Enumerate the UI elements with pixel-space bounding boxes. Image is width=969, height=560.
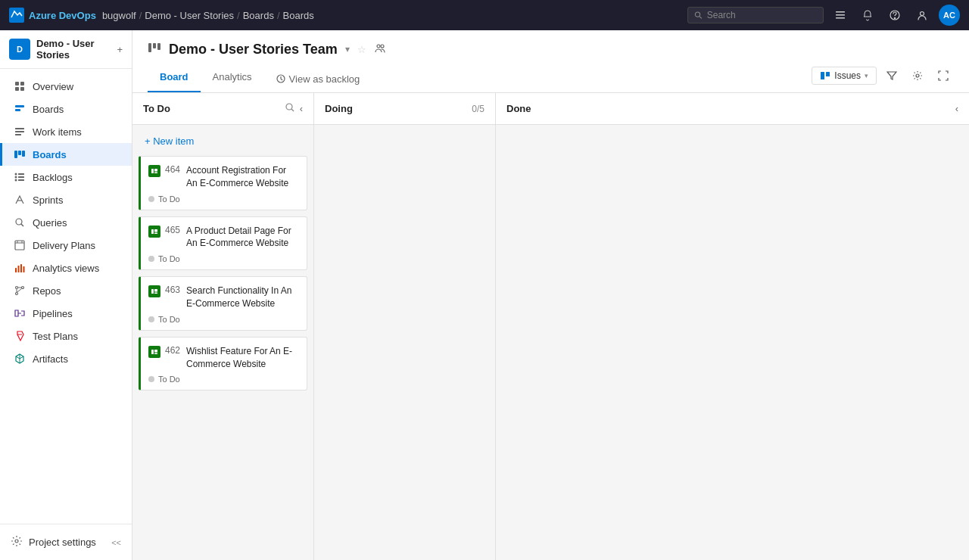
- svg-rect-57: [154, 229, 157, 232]
- list-icon[interactable]: [830, 5, 851, 26]
- tab-board[interactable]: Board: [148, 65, 201, 92]
- search-input[interactable]: [707, 10, 817, 20]
- main-layout: D Demo - User Stories + Overview: [0, 30, 969, 560]
- user-avatar[interactable]: AC: [939, 5, 960, 26]
- filter-button[interactable]: [881, 65, 902, 86]
- column-search-icon[interactable]: [285, 102, 295, 115]
- column-done-collapse[interactable]: ‹: [955, 103, 958, 114]
- column-todo-collapse[interactable]: ‹: [300, 103, 303, 114]
- svg-rect-58: [154, 232, 157, 234]
- svg-point-46: [381, 45, 384, 48]
- card-465[interactable]: 465 A Product Detail Page For An E-Comme…: [139, 216, 307, 271]
- collapse-icon[interactable]: <<: [111, 538, 121, 547]
- tab-analytics[interactable]: Analytics: [201, 65, 264, 92]
- column-done-body: [496, 125, 969, 560]
- card-status-464: To Do: [148, 194, 299, 204]
- column-doing-header: Doing 0/5: [314, 93, 495, 125]
- board-container: To Do ‹ +: [132, 93, 969, 560]
- help-icon[interactable]: [884, 5, 905, 26]
- card-id-464: 464: [165, 164, 180, 175]
- board-toolbar: Issues ▾: [812, 65, 954, 92]
- content-header: Demo - User Stories Team ▾ ☆ Board Analy…: [132, 30, 969, 93]
- search-box[interactable]: [687, 7, 824, 23]
- project-name: Demo - User Stories: [36, 38, 111, 61]
- card-id-465: 465: [165, 225, 180, 235]
- issues-chevron-icon: ▾: [865, 72, 868, 79]
- svg-point-23: [15, 176, 17, 179]
- issues-button[interactable]: Issues ▾: [812, 67, 877, 85]
- breadcrumb-boards1[interactable]: Boards: [243, 10, 274, 21]
- svg-line-28: [21, 224, 23, 226]
- svg-rect-22: [18, 173, 24, 175]
- sidebar-item-repos[interactable]: Repos: [0, 279, 132, 302]
- breadcrumb-demo[interactable]: Demo - User Stories: [145, 10, 234, 21]
- card-title-464: Account Registration For An E-Commerce W…: [186, 164, 299, 190]
- svg-point-39: [22, 287, 24, 289]
- sidebar-item-queries[interactable]: Queries: [0, 211, 132, 234]
- sidebar-item-work-items[interactable]: Work items: [0, 120, 132, 143]
- card-status-462: To Do: [148, 375, 299, 384]
- column-todo: To Do ‹ +: [132, 93, 314, 560]
- sidebar-item-pipelines[interactable]: Pipelines: [0, 302, 132, 325]
- svg-rect-53: [151, 169, 154, 173]
- svg-rect-16: [15, 131, 24, 132]
- team-members-icon[interactable]: [374, 42, 386, 57]
- sidebar-item-backlogs[interactable]: Backlogs: [0, 166, 132, 188]
- svg-rect-18: [14, 151, 17, 158]
- column-done-title: Done: [506, 103, 531, 114]
- breadcrumb-bugwolf[interactable]: bugwolf: [102, 10, 136, 21]
- status-dot-463: [148, 316, 154, 322]
- svg-rect-24: [18, 176, 24, 178]
- card-462[interactable]: 462 Wishlist Feature For An E-Commerce W…: [139, 337, 307, 391]
- sidebar-item-analytics-views[interactable]: Analytics views: [0, 257, 132, 279]
- settings-toolbar-button[interactable]: [907, 65, 928, 86]
- azure-devops-logo[interactable]: Azure DevOps: [9, 8, 96, 23]
- title-chevron-icon[interactable]: ▾: [345, 44, 350, 54]
- notification-icon[interactable]: [857, 5, 878, 26]
- sidebar-item-sprints[interactable]: Sprints: [0, 188, 132, 211]
- sidebar-item-boards[interactable]: Boards: [0, 143, 132, 166]
- svg-point-21: [15, 173, 17, 176]
- svg-rect-4: [836, 14, 845, 16]
- user-settings-icon[interactable]: [911, 5, 933, 26]
- svg-point-37: [16, 287, 18, 289]
- svg-point-1: [695, 12, 699, 17]
- sidebar-item-artifacts[interactable]: Artifacts: [0, 347, 132, 370]
- svg-rect-5: [836, 17, 845, 19]
- card-title-465: A Product Detail Page For An E-Commerce …: [186, 225, 299, 250]
- card-type-icon-465: [148, 226, 160, 238]
- sidebar-project[interactable]: D Demo - User Stories +: [0, 30, 132, 69]
- svg-rect-59: [151, 289, 154, 294]
- star-icon[interactable]: ☆: [357, 44, 366, 55]
- issues-icon: [820, 70, 830, 81]
- sidebar-item-test-plans[interactable]: Test Plans: [0, 325, 132, 347]
- new-item-button[interactable]: + New item: [139, 132, 307, 150]
- overview-icon: [13, 79, 26, 93]
- column-doing-body: [314, 125, 495, 560]
- breadcrumb: bugwolf / Demo - User Stories / Boards /…: [102, 10, 314, 21]
- card-type-icon-464: [148, 165, 160, 177]
- card-id-462: 462: [165, 345, 180, 356]
- filter-icon: [886, 70, 897, 81]
- column-doing: Doing 0/5: [314, 93, 496, 560]
- card-464[interactable]: 464 Account Registration For An E-Commer…: [139, 156, 307, 210]
- tab-view-backlog[interactable]: View as backlog: [264, 65, 372, 92]
- sidebar-item-overview[interactable]: Overview: [0, 75, 132, 98]
- board-columns: To Do ‹ +: [132, 93, 969, 560]
- svg-line-2: [699, 17, 702, 19]
- svg-point-45: [377, 45, 380, 48]
- column-done: Done ‹: [496, 93, 969, 560]
- sidebar-item-delivery-plans[interactable]: Delivery Plans: [0, 234, 132, 257]
- svg-point-25: [15, 179, 17, 182]
- svg-point-50: [916, 74, 919, 77]
- project-settings-item[interactable]: Project settings <<: [0, 530, 132, 554]
- fullscreen-icon: [938, 70, 949, 81]
- fullscreen-button[interactable]: [933, 65, 954, 86]
- sidebar-item-boards-top[interactable]: Boards: [0, 98, 132, 120]
- svg-rect-64: [154, 353, 157, 354]
- breadcrumb-boards2[interactable]: Boards: [283, 10, 314, 21]
- project-add-button[interactable]: +: [117, 44, 123, 55]
- card-463[interactable]: 463 Search Functionality In An E-Commerc…: [139, 276, 307, 331]
- card-status-463: To Do: [148, 315, 299, 324]
- column-doing-count: 0/5: [472, 104, 484, 114]
